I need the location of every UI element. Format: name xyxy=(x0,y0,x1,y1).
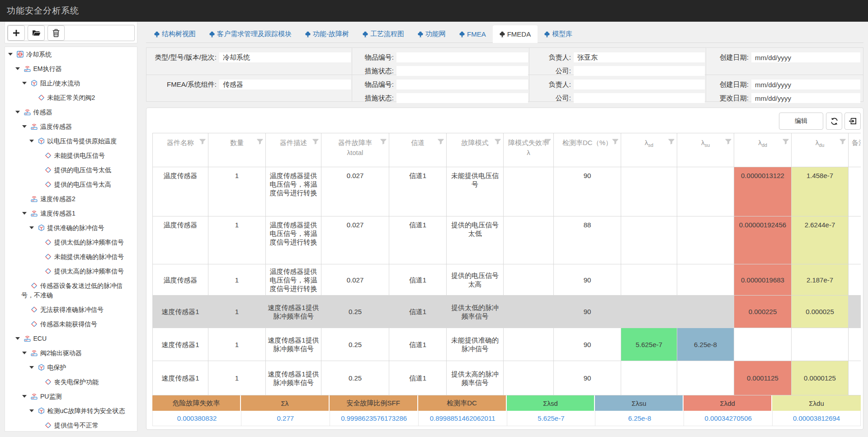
cell-channel[interactable]: 信道1 xyxy=(389,296,447,328)
table-row[interactable]: 速度传感器11速度传感器1提供脉冲频率信号0.25信道1提供太低的脉冲频率信号9… xyxy=(153,296,861,328)
cell-mode[interactable]: 提供太低的脉冲频率信号 xyxy=(447,296,504,328)
form-input[interactable] xyxy=(396,66,528,76)
cell-desc[interactable]: 速度传感器1提供脉冲频率信号 xyxy=(266,296,321,328)
tree-expand-arrow[interactable] xyxy=(21,83,31,85)
cell-fmr[interactable] xyxy=(504,328,554,361)
tree-expand-arrow[interactable] xyxy=(28,410,38,412)
cell-lambda-du[interactable] xyxy=(792,328,849,361)
tree-item[interactable]: 检测uC故障并转为安全状态 xyxy=(5,404,137,418)
form-input[interactable] xyxy=(574,80,705,89)
tree-expand-arrow[interactable] xyxy=(28,227,38,229)
cell-desc[interactable]: 速度传感器1提供脉冲频率信号 xyxy=(266,328,321,361)
cell-lambda-su[interactable] xyxy=(677,296,734,328)
cell-lambda-dd[interactable]: 0.00000192456 xyxy=(734,216,792,264)
export-button[interactable] xyxy=(844,113,861,130)
table-row[interactable]: 温度传感器1温度传感器提供电压信号，将温度信号进行转换0.027信道1提供的电压… xyxy=(153,264,861,296)
tree-expand-arrow[interactable] xyxy=(21,352,31,354)
tree-item[interactable]: PU监测 xyxy=(5,389,137,404)
cell-lambda-du[interactable]: 2.6244e-7 xyxy=(792,216,849,264)
tab-结构树视图[interactable]: 结构树视图 xyxy=(147,25,203,43)
tree-item[interactable]: 传感器未能获得信号 xyxy=(5,317,137,331)
form-input[interactable] xyxy=(574,52,705,62)
tree-expand-arrow[interactable] xyxy=(14,68,24,70)
cell-rate[interactable]: 0.027 xyxy=(321,264,389,296)
tree-item[interactable]: 提供太高的脉冲频率信号 xyxy=(5,264,137,278)
cell-mode[interactable]: 提供的电压信号太高 xyxy=(447,264,504,296)
cell-name[interactable]: 温度传感器 xyxy=(153,216,208,264)
cell-dc[interactable]: 90 xyxy=(554,328,621,361)
cell-lambda-sd[interactable] xyxy=(621,216,677,264)
tree-expand-arrow[interactable] xyxy=(14,338,24,340)
form-input[interactable] xyxy=(751,80,860,89)
tab-FMEDA[interactable]: FMEDA xyxy=(493,25,538,43)
cell-qty[interactable]: 1 xyxy=(208,361,266,395)
cell-lambda-sd[interactable] xyxy=(621,264,677,296)
cell-lambda-su[interactable]: 6.25e-8 xyxy=(677,328,734,361)
table-scroll-area[interactable]: 器件名称数量器件描述器件故障率λtotal信道故障模式障模式失效率λ检测率DC（… xyxy=(152,133,861,427)
tab-FMEA[interactable]: FMEA xyxy=(453,25,493,43)
tab-功能网[interactable]: 功能网 xyxy=(411,25,453,43)
tab-工艺流程图[interactable]: 工艺流程图 xyxy=(356,25,411,43)
cell-lambda-dd[interactable]: 0.0001125 xyxy=(734,361,792,395)
cell-rate[interactable]: 0.25 xyxy=(321,328,389,361)
form-input[interactable] xyxy=(574,93,705,103)
form-input[interactable] xyxy=(396,52,528,62)
tab-功能-故障树[interactable]: 功能-故障树 xyxy=(298,25,356,43)
tree-item[interactable]: 丧失电保护功能 xyxy=(5,375,137,389)
cell-note[interactable] xyxy=(849,167,861,216)
form-input[interactable] xyxy=(751,52,860,62)
cell-dc[interactable]: 90 xyxy=(554,296,621,328)
cell-note[interactable] xyxy=(849,361,861,395)
cell-name[interactable]: 速度传感器1 xyxy=(153,296,208,328)
tree-item[interactable]: 电保护 xyxy=(5,360,137,375)
form-input[interactable] xyxy=(219,52,351,62)
cell-channel[interactable]: 信道1 xyxy=(389,361,447,395)
cell-name[interactable]: 温度传感器 xyxy=(153,264,208,296)
form-input[interactable] xyxy=(396,93,528,103)
cell-fmr[interactable] xyxy=(504,361,554,395)
cell-note[interactable] xyxy=(849,216,861,264)
tree-item[interactable]: 提供准确的脉冲信号 xyxy=(5,221,137,235)
tree-item[interactable]: ECU xyxy=(5,331,137,346)
tree-item[interactable]: 无法获得准确脉冲信号 xyxy=(5,302,137,317)
tree-expand-arrow[interactable] xyxy=(7,54,17,56)
cell-mode[interactable]: 提供的电压信号太低 xyxy=(447,216,504,264)
tab-模型库[interactable]: 模型库 xyxy=(538,25,579,43)
open-folder-button[interactable] xyxy=(28,25,45,41)
form-input[interactable] xyxy=(396,80,528,89)
cell-dc[interactable]: 90 xyxy=(554,167,621,216)
cell-channel[interactable]: 信道1 xyxy=(389,167,447,216)
cell-channel[interactable]: 信道1 xyxy=(389,216,447,264)
tree-item[interactable]: 温度传感器 xyxy=(5,119,137,134)
tree-item[interactable]: 阀2输出驱动器 xyxy=(5,346,137,360)
cell-name[interactable]: 速度传感器1 xyxy=(153,328,208,361)
cell-lambda-du[interactable]: 0.000025 xyxy=(792,296,849,328)
tree-expand-arrow[interactable] xyxy=(21,213,31,215)
cell-lambda-dd[interactable]: 0.0000019683 xyxy=(734,264,792,296)
cell-qty[interactable]: 1 xyxy=(208,296,266,328)
cell-fmr[interactable] xyxy=(504,296,554,328)
cell-note[interactable] xyxy=(849,328,861,361)
cell-lambda-su[interactable] xyxy=(677,361,734,395)
refresh-button[interactable] xyxy=(826,113,842,130)
cell-dc[interactable]: 90 xyxy=(554,361,621,395)
cell-dc[interactable]: 90 xyxy=(554,264,621,296)
cell-qty[interactable]: 1 xyxy=(208,264,266,296)
cell-mode[interactable]: 未能提供电压信号 xyxy=(447,167,504,216)
cell-qty[interactable]: 1 xyxy=(208,328,266,361)
cell-lambda-sd[interactable] xyxy=(621,361,677,395)
tree-item[interactable]: 未能提供电压信号 xyxy=(5,148,137,163)
tree-item[interactable]: 冷却系统 xyxy=(5,47,137,61)
cell-note[interactable] xyxy=(849,264,861,296)
cell-fmr[interactable] xyxy=(504,216,554,264)
tree-expand-arrow[interactable] xyxy=(28,141,38,142)
cell-desc[interactable]: 温度传感器提供电压信号，将温度信号进行转换 xyxy=(266,167,321,216)
cell-channel[interactable]: 信道1 xyxy=(389,328,447,361)
tree-item[interactable]: 以电压信号提供原始温度 xyxy=(5,134,137,148)
tab-客户需求管理及跟踪模块[interactable]: 客户需求管理及跟踪模块 xyxy=(203,25,298,43)
form-input[interactable] xyxy=(751,93,860,103)
tree-item[interactable]: 传感器 xyxy=(5,105,137,119)
table-row[interactable]: 速度传感器11速度传感器1提供脉冲频率信号0.25信道1未能提供准确的脉冲信号9… xyxy=(153,328,861,361)
delete-node-button[interactable] xyxy=(47,25,65,41)
cell-qty[interactable]: 1 xyxy=(208,167,266,216)
